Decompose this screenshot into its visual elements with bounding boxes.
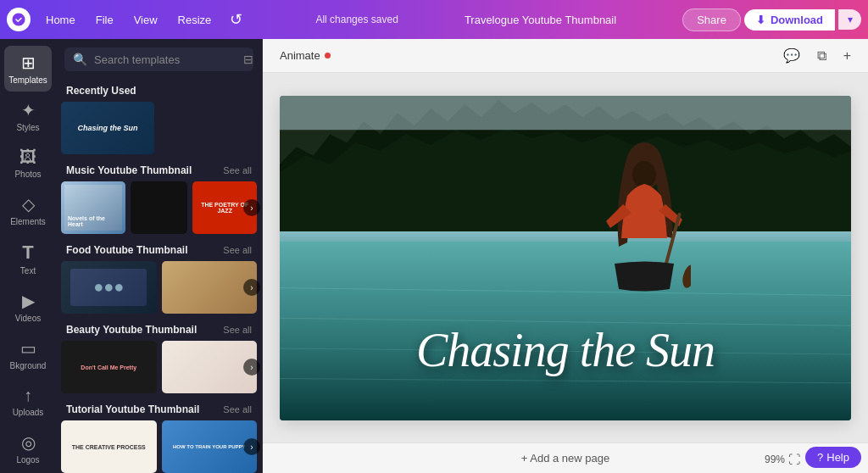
music-section-header: Music Youtube Thumbnail See all — [61, 158, 257, 181]
sidebar-item-templates[interactable]: ⊞ Templates — [4, 46, 52, 92]
food-next-button[interactable]: › — [243, 279, 260, 296]
zoom-level: 99% — [765, 454, 785, 465]
beauty-see-all[interactable]: See all — [223, 325, 252, 335]
template-panel: 🔍 ⊟ Recently Used Chasing the Sun Music … — [56, 39, 263, 473]
undo-button[interactable]: ↺ — [223, 7, 249, 32]
tutorial-section-title: Tutorial Youtube Thumbnail — [66, 403, 199, 415]
search-input[interactable] — [94, 53, 236, 66]
elements-icon: ◇ — [22, 194, 35, 214]
canvas-scroll[interactable]: Chasing the Sun — [263, 73, 868, 442]
videos-icon: ▶ — [22, 291, 35, 311]
sidebar-text-label: Text — [20, 266, 36, 275]
tutorial-section-header: Tutorial Youtube Thumbnail See all — [61, 397, 257, 420]
svg-line-5 — [280, 379, 851, 383]
background-icon: ▭ — [20, 338, 36, 359]
music-templates-row: Novels of the Heart THE POETRY OF JAZZ › — [61, 181, 257, 234]
food-section-header: Food Youtube Thumbnail See all — [61, 237, 257, 261]
download-label: Download — [771, 14, 823, 26]
tutorial-thumb-1[interactable]: THE CREATIVE PROCESS — [61, 420, 157, 473]
sidebar-videos-label: Videos — [15, 314, 41, 323]
zoom-expand-button[interactable]: ⛶ — [788, 453, 800, 466]
template-list: Recently Used Chasing the Sun Music Yout… — [56, 78, 262, 473]
svg-line-2 — [280, 288, 851, 296]
canvas-toolbar: Animate 💬 ⧉ + — [263, 39, 868, 73]
text-icon: T — [22, 242, 33, 264]
sidebar-item-uploads[interactable]: ↑ Uploads — [4, 379, 52, 424]
sidebar-item-styles[interactable]: ✦ Styles — [4, 93, 52, 139]
sidebar-item-photos[interactable]: 🖼 Photos — [4, 141, 52, 186]
help-button[interactable]: ? Help — [805, 447, 861, 468]
add-page-button[interactable]: + Add a new page — [521, 452, 609, 465]
recently-used-header: Recently Used — [61, 78, 257, 102]
svg-point-9 — [681, 263, 691, 289]
tutorial-see-all[interactable]: See all — [223, 404, 252, 415]
food-thumb-1[interactable]: ●●● — [61, 261, 157, 314]
food-see-all[interactable]: See all — [223, 245, 252, 255]
music-see-all[interactable]: See all — [223, 165, 252, 175]
search-icon: 🔍 — [73, 53, 87, 66]
home-nav-button[interactable]: Home — [37, 10, 84, 30]
music-thumb-1[interactable]: Novels of the Heart — [61, 181, 125, 234]
beauty-section-title: Beauty Youtube Thumbnail — [66, 324, 197, 336]
tutorial-next-button[interactable]: › — [243, 438, 260, 455]
download-button[interactable]: ⬇ Download — [744, 9, 835, 31]
animate-button[interactable]: Animate — [273, 46, 337, 65]
sidebar-item-text[interactable]: T Text — [4, 235, 52, 282]
app-logo[interactable] — [7, 8, 31, 31]
svg-rect-1 — [280, 96, 851, 130]
recently-used-title: Recently Used — [66, 85, 136, 97]
help-icon: ? — [817, 451, 823, 464]
beauty-thumb-1[interactable]: Don't Call Me Pretty — [61, 341, 157, 393]
add-page-label: + Add a new page — [521, 452, 609, 465]
document-title: Travelogue Youtube Thumbnail — [465, 14, 616, 26]
logos-icon: ◎ — [21, 432, 36, 453]
photos-icon: 🖼 — [19, 147, 36, 167]
food-section-title: Food Youtube Thumbnail — [66, 244, 188, 256]
sidebar-templates-label: Templates — [8, 75, 47, 85]
recently-used-thumb[interactable]: Chasing the Sun — [61, 102, 154, 154]
sidebar-item-logos[interactable]: ◎ Logos — [4, 426, 52, 471]
sidebar-item-elements[interactable]: ◇ Elements — [4, 187, 52, 233]
main-layout: ⊞ Templates ✦ Styles 🖼 Photos ◇ Elements… — [0, 39, 868, 473]
canvas-bottom: + Add a new page 99% ⛶ ? Help — [263, 442, 868, 473]
tutorial-templates-row: THE CREATIVE PROCESS HOW TO TRAIN YOUR P… — [61, 420, 257, 473]
canvas-page: Chasing the Sun — [280, 96, 851, 420]
thumbnail-text: Chasing the Sun — [416, 324, 715, 376]
food-templates-row: ●●● › — [61, 261, 257, 314]
comment-button[interactable]: 💬 — [776, 44, 807, 67]
beauty-templates-row: Don't Call Me Pretty › — [61, 341, 257, 393]
canvas-actions: 💬 ⧉ + — [776, 44, 858, 67]
top-navigation: Home File View Resize ↺ All changes save… — [0, 0, 868, 39]
add-button[interactable]: + — [837, 44, 858, 67]
beauty-section-header: Beauty Youtube Thumbnail See all — [61, 317, 257, 341]
templates-icon: ⊞ — [21, 53, 36, 73]
filter-icon[interactable]: ⊟ — [243, 53, 253, 66]
sidebar-item-background[interactable]: ▭ Bkground — [4, 331, 52, 377]
sidebar-background-label: Bkground — [10, 361, 47, 370]
music-next-button[interactable]: › — [243, 199, 260, 216]
styles-icon: ✦ — [21, 100, 36, 120]
download-icon: ⬇ — [756, 14, 765, 26]
animate-label: Animate — [280, 49, 320, 62]
sidebar-logos-label: Logos — [16, 455, 39, 465]
share-button[interactable]: Share — [682, 8, 741, 31]
icon-sidebar: ⊞ Templates ✦ Styles 🖼 Photos ◇ Elements… — [0, 39, 56, 473]
resize-nav-button[interactable]: Resize — [170, 10, 220, 30]
copy-button[interactable]: ⧉ — [810, 44, 833, 67]
sidebar-photos-label: Photos — [14, 170, 41, 179]
music-thumb-2[interactable] — [131, 181, 188, 234]
uploads-icon: ↑ — [24, 386, 32, 405]
canvas-area: Animate 💬 ⧉ + — [263, 39, 868, 473]
sidebar-elements-label: Elements — [10, 217, 46, 226]
sidebar-styles-label: Styles — [16, 123, 39, 132]
recently-used-row: Chasing the Sun — [61, 102, 257, 154]
file-nav-button[interactable]: File — [87, 10, 122, 30]
view-nav-button[interactable]: View — [125, 10, 166, 30]
music-section-title: Music Youtube Thumbnail — [66, 164, 192, 176]
search-bar: 🔍 ⊟ — [64, 47, 253, 71]
beauty-next-button[interactable]: › — [243, 359, 260, 376]
download-options-button[interactable]: ▾ — [838, 9, 861, 30]
sidebar-item-videos[interactable]: ▶ Videos — [4, 284, 52, 330]
sidebar-uploads-label: Uploads — [13, 408, 44, 417]
save-status: All changes saved — [315, 14, 398, 25]
